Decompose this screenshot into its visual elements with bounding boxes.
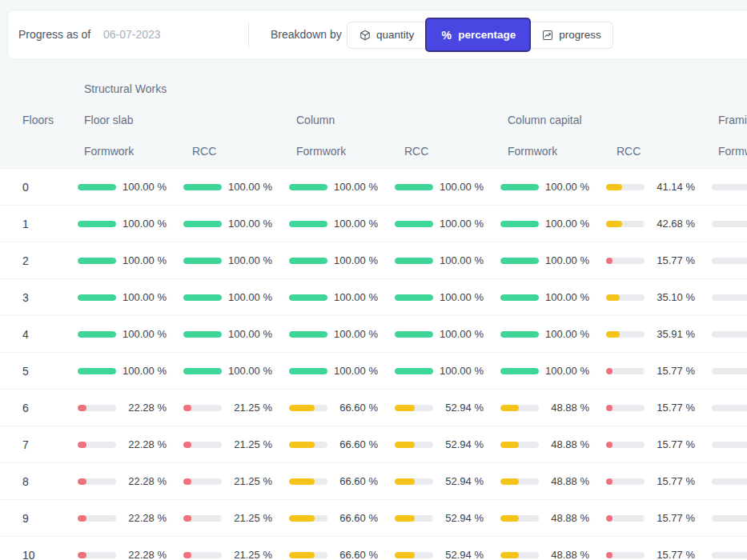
progress-bar bbox=[395, 442, 433, 448]
progress-value: 66.60 % bbox=[334, 390, 378, 426]
progress-bar-fill bbox=[289, 552, 315, 558]
table-row: 0100.00 %100.00 %100.00 %100.00 %100.00 … bbox=[0, 168, 747, 205]
progress-value: 21.25 % bbox=[228, 463, 272, 500]
progress-bar bbox=[712, 405, 747, 411]
progress-bar bbox=[289, 442, 327, 448]
progress-value: 100.00 % bbox=[545, 206, 589, 242]
progress-bar-fill bbox=[500, 258, 539, 264]
progress-bar bbox=[606, 184, 645, 190]
progress-bar-fill bbox=[395, 478, 415, 485]
progress-bar bbox=[183, 442, 222, 448]
progress-value: 100.00 % bbox=[228, 206, 272, 242]
progress-bar bbox=[500, 368, 539, 374]
progress-bar-fill bbox=[183, 184, 222, 190]
floor-number: 8 bbox=[22, 463, 29, 500]
progress-value: 66.60 % bbox=[334, 463, 378, 500]
date-input[interactable]: 06-07-2023 bbox=[103, 10, 161, 59]
progress-bar bbox=[183, 515, 222, 522]
progress-bar bbox=[183, 478, 222, 485]
progress-bar bbox=[183, 552, 222, 558]
progress-bar bbox=[500, 478, 539, 485]
progress-value: 15.77 % bbox=[651, 242, 695, 279]
progress-bar bbox=[500, 221, 539, 227]
progress-value: 100.00 % bbox=[545, 316, 589, 353]
progress-value: 52.94 % bbox=[440, 426, 484, 463]
progress-bar bbox=[606, 294, 645, 301]
percentage-button[interactable]: % percentage bbox=[425, 18, 531, 52]
progress-value: 100.00 % bbox=[228, 316, 272, 353]
progress-value: 52.94 % bbox=[440, 500, 484, 537]
progress-bar bbox=[712, 442, 747, 448]
percentage-button-label: percentage bbox=[458, 29, 516, 41]
progress-value: 22.28 % bbox=[122, 537, 167, 560]
progress-bar bbox=[606, 442, 645, 448]
progress-value: 21.25 % bbox=[228, 426, 272, 463]
progress-bar bbox=[78, 368, 116, 374]
progress-bar bbox=[289, 515, 327, 522]
progress-bar-fill bbox=[289, 442, 315, 448]
toolbar-divider bbox=[248, 22, 249, 48]
table-row: 1022.28 %21.25 %66.60 %52.94 %48.88 %15.… bbox=[0, 536, 747, 560]
progress-bar-fill bbox=[606, 552, 612, 558]
progress-value: 35.10 % bbox=[651, 279, 695, 316]
progress-bar-fill bbox=[78, 294, 116, 301]
progress-bar-fill bbox=[606, 184, 622, 190]
progress-value: 100.00 % bbox=[122, 242, 167, 279]
percent-icon: % bbox=[440, 29, 452, 41]
progress-bar bbox=[712, 294, 747, 301]
floor-number: 4 bbox=[22, 316, 29, 353]
progress-value: 52.94 % bbox=[440, 463, 484, 500]
quantity-button[interactable]: quantity bbox=[347, 22, 426, 49]
toolbar: Progress as of 06-07-2023 Breakdown by q… bbox=[7, 10, 747, 60]
progress-bar-fill bbox=[500, 405, 519, 411]
progress-bar bbox=[500, 442, 539, 448]
progress-bar bbox=[183, 221, 222, 227]
progress-bar-fill bbox=[289, 331, 327, 338]
progress-bar bbox=[395, 294, 433, 301]
progress-bar-fill bbox=[289, 368, 327, 374]
column-group-header: Column capital bbox=[508, 114, 582, 126]
quantity-button-label: quantity bbox=[376, 29, 414, 41]
progress-bar-fill bbox=[289, 221, 327, 227]
progress-bar-fill bbox=[500, 515, 519, 522]
column-group-header: Floor slab bbox=[84, 114, 133, 126]
progress-value: 100.00 % bbox=[334, 353, 378, 390]
progress-value: 66.60 % bbox=[334, 537, 378, 560]
progress-value: 15.77 % bbox=[651, 353, 695, 390]
progress-bar bbox=[183, 294, 222, 301]
floor-number: 3 bbox=[22, 279, 29, 316]
progress-bar-fill bbox=[78, 515, 86, 522]
progress-bar-fill bbox=[395, 184, 433, 190]
progress-bar bbox=[289, 294, 327, 301]
progress-value: 15.77 % bbox=[651, 500, 695, 537]
progress-value: 100.00 % bbox=[440, 353, 484, 390]
progress-bar bbox=[712, 478, 747, 485]
progress-value: 100.00 % bbox=[334, 206, 378, 242]
progress-bar bbox=[183, 368, 222, 374]
progress-bar-fill bbox=[606, 368, 612, 374]
floor-number: 6 bbox=[22, 390, 29, 426]
progress-value: 21.25 % bbox=[228, 537, 272, 560]
progress-bar-fill bbox=[78, 331, 116, 338]
progress-bar bbox=[395, 405, 433, 411]
progress-bar bbox=[395, 221, 433, 227]
progress-bar-fill bbox=[395, 515, 415, 522]
progress-bar-fill bbox=[289, 405, 315, 411]
progress-value: 100.00 % bbox=[334, 316, 378, 353]
progress-bar-fill bbox=[606, 515, 612, 522]
column-sub-header: RCC bbox=[192, 145, 216, 158]
progress-button[interactable]: progress bbox=[530, 22, 613, 49]
progress-value: 22.28 % bbox=[122, 463, 167, 500]
progress-bar-fill bbox=[395, 221, 433, 227]
progress-bar bbox=[500, 184, 539, 190]
progress-bar-fill bbox=[78, 405, 86, 411]
progress-value: 100.00 % bbox=[122, 169, 167, 206]
progress-bar-fill bbox=[78, 184, 116, 190]
progress-bar bbox=[606, 221, 645, 227]
progress-as-of-label: Progress as of bbox=[18, 10, 90, 59]
progress-bar-fill bbox=[183, 478, 191, 485]
progress-bar-fill bbox=[395, 442, 415, 448]
progress-bar bbox=[500, 331, 539, 338]
progress-bar-fill bbox=[395, 331, 433, 338]
progress-value: 100.00 % bbox=[228, 169, 272, 206]
